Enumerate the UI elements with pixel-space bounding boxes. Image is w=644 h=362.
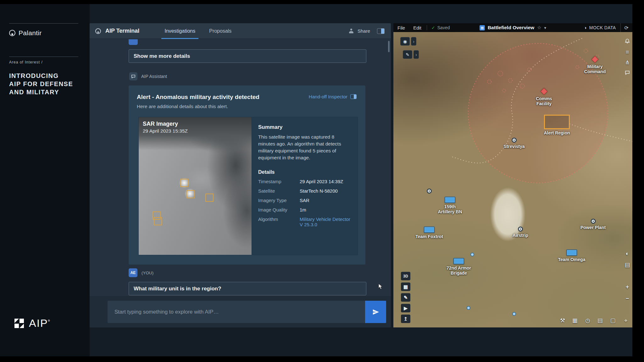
sar-timestamp: 29 April 2023 15:35Z	[143, 128, 188, 134]
check-icon: ✓	[431, 25, 435, 30]
marker-team-foxtrot[interactable]: Team Foxtrot	[412, 227, 447, 239]
terminal-title: AIP Terminal	[105, 28, 139, 34]
expand-draw-button[interactable]: ›	[414, 50, 419, 59]
marker-power-plant[interactable]: Power Plant	[578, 219, 608, 230]
friendly-unit-icon	[424, 227, 435, 233]
marker-strevistya[interactable]: Strevistya	[500, 138, 529, 149]
expand-layers-button[interactable]: ›	[411, 37, 416, 46]
mock-data-icon: ◑	[584, 25, 587, 30]
marker-small-point[interactable]	[467, 306, 470, 310]
history-button[interactable]: ◷	[584, 316, 592, 325]
detail-row: Algorithm Military Vehicle Detector V 25…	[258, 217, 351, 227]
annotate-button[interactable]: ✎	[401, 293, 410, 302]
saved-status: ✓ Saved	[431, 25, 450, 30]
table-icon: ▦	[572, 317, 577, 324]
map-overlays	[393, 32, 632, 327]
document-title: Battlefield Overview	[488, 25, 534, 30]
layers-panel-button[interactable]: ◉	[400, 37, 410, 46]
breadcrumb: Area of Interest /	[9, 60, 43, 64]
marker-72nd-armor[interactable]: 72nd Armor Brigade	[443, 258, 475, 276]
detail-row: Timestamp 29 April 2023 14:39Z	[258, 179, 351, 184]
app-stage: Palantir Area of Interest / INTRODUCING …	[0, 4, 632, 356]
signal-button[interactable]: ⌖	[622, 316, 630, 325]
document-title-group: ▦ Battlefield Overview ☆ ▾	[480, 23, 546, 32]
grid-icon: ▦	[403, 284, 408, 290]
scrollbar-thumb[interactable]	[388, 41, 390, 52]
marker-team-omega[interactable]: Team Omega	[554, 250, 589, 262]
marker-alert-region[interactable]: Alert Region	[541, 115, 573, 136]
letterbox-bar	[0, 356, 644, 362]
user-tag: (YOU)	[142, 271, 153, 275]
bell-icon	[625, 38, 630, 44]
share-button[interactable]: Share	[358, 28, 370, 34]
reports-button[interactable]: ▤	[596, 316, 604, 325]
tab-proposals[interactable]: Proposals	[202, 23, 238, 39]
frame-select-button[interactable]: ▢	[609, 316, 617, 325]
aip-terminal-panel: AIP Terminal Investigations Proposals Sh…	[90, 23, 391, 327]
grid-button[interactable]: ▦	[401, 282, 410, 291]
basemap-button[interactable]: ◐	[623, 250, 631, 258]
globe-icon: ◐	[626, 250, 629, 257]
playback-button[interactable]: ▶	[401, 304, 410, 312]
algorithm-link[interactable]: Military Vehicle Detector V 25.3.0	[300, 217, 351, 227]
menu-edit[interactable]: Edit	[409, 25, 425, 30]
list-button[interactable]: ≡	[623, 48, 631, 56]
aip-glyph-icon	[14, 319, 24, 328]
detail-row: Imagery Type SAR	[258, 198, 351, 203]
place-pin-icon	[518, 227, 523, 232]
list-icon: ≡	[626, 49, 629, 56]
hostile-unit-icon	[591, 56, 599, 63]
mouse-cursor	[378, 283, 383, 291]
detail-row: Satellite StarTech N-58200	[258, 188, 351, 194]
palantir-logo-icon	[9, 30, 15, 36]
assistant-avatar	[129, 72, 137, 80]
marker-unlabeled-pin[interactable]	[427, 189, 432, 194]
layers-list-button[interactable]: ▤	[623, 261, 631, 269]
chevron-down-icon[interactable]: ▾	[544, 25, 547, 30]
frame-icon: ▢	[610, 317, 615, 324]
prompt-input[interactable]	[108, 301, 365, 323]
handoff-panel-icon	[350, 94, 357, 99]
alert-summary-panel: Summary This satellite image was capture…	[252, 117, 358, 255]
chat-message-user-1: Show me more details	[129, 49, 366, 63]
map-canvas[interactable]: Military Command Comms Facility Alert Re…	[393, 32, 632, 327]
branch-button[interactable]: ⋔	[623, 58, 631, 67]
handoff-inspector-link[interactable]: Hand-off Inspector	[309, 94, 357, 99]
upload-icon: ↥	[404, 316, 408, 322]
clock-icon: ◷	[585, 317, 590, 324]
alert-subtitle: Here are additional details about this a…	[137, 104, 228, 109]
zoom-out-button[interactable]: −	[623, 294, 631, 303]
user-icon	[349, 29, 354, 33]
zoom-in-button[interactable]: +	[623, 283, 631, 291]
measure-tools-button[interactable]: ⚒	[558, 316, 567, 325]
menu-file[interactable]: File	[393, 25, 409, 30]
tab-investigations[interactable]: Investigations	[158, 23, 202, 39]
assistant-name: AIP Assistant	[141, 74, 167, 79]
table-button[interactable]: ▦	[571, 316, 579, 325]
notifications-button[interactable]	[623, 37, 631, 45]
marker-comms-facility[interactable]: Comms Facility	[534, 88, 554, 106]
comments-button[interactable]	[623, 69, 631, 77]
send-button[interactable]	[365, 301, 386, 323]
export-button[interactable]: ↥	[401, 315, 410, 323]
star-icon[interactable]: ☆	[537, 25, 541, 30]
user-row: AE (YOU)	[129, 268, 153, 277]
terminal-tabs: Investigations Proposals	[158, 23, 238, 39]
marker-small-point[interactable]	[512, 312, 516, 316]
marker-military-command[interactable]: Military Command	[581, 56, 608, 74]
toggle-3d-button[interactable]: 3D	[401, 272, 410, 280]
draw-panel-button[interactable]: ✎	[403, 50, 412, 59]
branch-icon: ⋔	[625, 59, 630, 66]
toggle-panel-icon[interactable]	[377, 28, 385, 34]
marker-small-point[interactable]	[470, 253, 474, 256]
marker-airstrip[interactable]: Airstrip	[509, 227, 531, 238]
aip-footer-logo: AIPº	[14, 317, 50, 329]
sar-image[interactable]: SAR Imagery 29 April 2023 15:35Z	[139, 117, 252, 255]
hostile-unit-icon	[541, 88, 548, 95]
chat-bubble-icon	[625, 70, 630, 75]
refresh-button[interactable]: ⟳	[620, 23, 632, 32]
marker-159th-artillery[interactable]: 159th Artillery BN	[436, 197, 464, 214]
detection-box-icon	[154, 217, 162, 225]
chat-bubble-icon	[131, 74, 136, 79]
map-panel: File Edit ✓ Saved ▦ Battlefield Overview…	[393, 23, 632, 327]
